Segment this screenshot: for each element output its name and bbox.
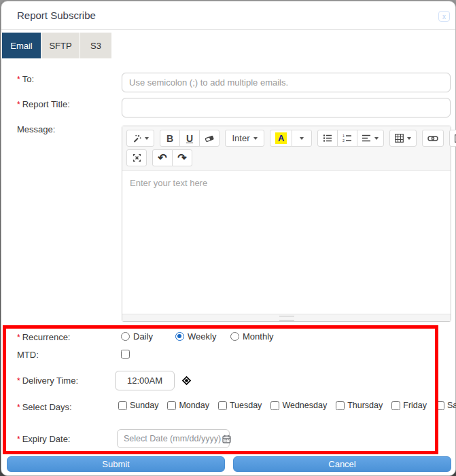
select-days-label: *Select Days: (17, 402, 72, 412)
recurrence-radio-monthly[interactable]: Monthly (230, 331, 274, 342)
submit-button[interactable]: Submit (7, 456, 225, 472)
day-checkbox-monday[interactable]: Monday (167, 401, 209, 410)
editor-toolbar: B U Inter A (122, 126, 451, 171)
day-checkbox-thursday[interactable]: Thursday (336, 401, 383, 410)
font-family-dropdown[interactable]: Inter (225, 130, 264, 147)
checkbox-icon (218, 401, 227, 410)
time-picker-icon[interactable] (181, 375, 192, 386)
delivery-time-input[interactable] (115, 371, 175, 390)
expiry-date-input[interactable]: Select Date (mm/dd/yyyy) (117, 429, 230, 448)
link-icon (427, 135, 438, 142)
expiry-date-placeholder: Select Date (mm/dd/yyyy) (124, 434, 221, 443)
required-marker: * (17, 75, 20, 84)
ordered-list-icon: 12 (343, 134, 352, 143)
message-label: Message: (17, 124, 55, 134)
checkbox-icon (436, 401, 444, 410)
font-color-dropdown[interactable] (292, 130, 312, 147)
svg-text:2: 2 (343, 139, 345, 143)
paragraph-align-dropdown[interactable] (357, 130, 384, 147)
table-icon (395, 134, 404, 143)
mtd-checkbox[interactable] (121, 350, 130, 359)
redo-icon: ↷ (177, 153, 186, 164)
dialog-header: Report Subscribe x (1, 1, 455, 30)
fullscreen-button[interactable] (126, 149, 147, 166)
fullscreen-icon (133, 153, 141, 162)
day-checkbox-friday[interactable]: Friday (391, 401, 427, 410)
recurrence-label: *Recurrence: (17, 332, 70, 342)
required-marker: * (17, 376, 20, 386)
day-checkbox-sunday[interactable]: Sunday (118, 401, 158, 410)
dialog-title: Report Subscribe (17, 10, 96, 21)
calendar-icon (222, 435, 231, 443)
select-days-group: Sunday Monday Tuesday Wednesday Thursday… (118, 401, 456, 410)
undo-icon: ↶ (158, 153, 166, 164)
checkbox-icon (391, 401, 400, 410)
underline-button[interactable]: U (179, 130, 200, 147)
tab-bar: Email SFTP S3 (2, 33, 111, 58)
recurrence-radio-weekly[interactable]: Weekly (175, 331, 216, 342)
to-input[interactable] (122, 73, 451, 92)
chevron-down-icon (300, 137, 304, 140)
message-placeholder: Enter your text here (130, 178, 207, 188)
eraser-icon (205, 134, 214, 143)
delivery-time-label: *Delivery Time: (17, 376, 78, 386)
report-title-label: *Report Title: (17, 99, 70, 109)
tab-sftp[interactable]: SFTP (41, 33, 80, 58)
report-title-input[interactable] (122, 98, 451, 117)
clear-format-button[interactable] (199, 130, 220, 147)
svg-text:1: 1 (343, 134, 345, 138)
link-button[interactable] (422, 130, 444, 147)
close-icon[interactable]: x (438, 11, 450, 22)
unordered-list-button[interactable] (317, 130, 338, 147)
recurrence-radio-daily[interactable]: Daily (121, 331, 153, 342)
cancel-button[interactable]: Cancel (233, 456, 451, 472)
ordered-list-button[interactable]: 12 (337, 130, 357, 147)
message-textarea[interactable]: Enter your text here (122, 171, 451, 314)
tab-email[interactable]: Email (2, 33, 41, 58)
required-marker: * (17, 333, 20, 342)
checkbox-icon (118, 401, 127, 410)
style-button[interactable] (126, 130, 154, 147)
redo-button[interactable]: ↷ (172, 149, 192, 166)
to-label: *To: (17, 74, 34, 84)
radio-unchecked-icon (121, 332, 130, 341)
undo-button[interactable]: ↶ (152, 149, 173, 166)
tab-s3[interactable]: S3 (80, 33, 111, 58)
day-checkbox-tuesday[interactable]: Tuesday (218, 401, 262, 410)
radio-unchecked-icon (230, 332, 239, 341)
radio-checked-icon (175, 332, 184, 341)
mtd-label: MTD: (17, 350, 39, 360)
required-marker: * (17, 435, 20, 444)
magic-wand-icon (132, 134, 141, 143)
chevron-down-icon (253, 137, 258, 140)
day-checkbox-wednesday[interactable]: Wednesday (270, 401, 327, 410)
day-checkbox-saturday[interactable]: Saturday (436, 401, 456, 410)
message-editor: B U Inter A (122, 126, 451, 322)
grip-icon (279, 316, 294, 321)
font-color-button[interactable]: A (270, 130, 292, 147)
editor-resize-handle[interactable] (122, 314, 451, 321)
report-subscribe-dialog: Report Subscribe x Email SFTP S3 *To: *R… (1, 1, 456, 476)
expiry-date-label: *Expiry Date: (17, 434, 70, 444)
highlighted-a-icon: A (275, 132, 287, 144)
checkbox-icon (336, 401, 345, 410)
required-marker: * (17, 403, 20, 412)
chevron-down-icon (407, 137, 411, 140)
unordered-list-icon (323, 134, 332, 143)
paragraph-align-icon (362, 134, 371, 142)
checkbox-icon (167, 401, 176, 410)
picture-button[interactable] (449, 130, 456, 147)
table-dropdown[interactable] (389, 130, 417, 147)
required-marker: * (17, 100, 20, 109)
chevron-down-icon (374, 137, 379, 140)
checkbox-icon (270, 401, 279, 410)
bold-button[interactable]: B (160, 130, 180, 147)
chevron-down-icon (145, 137, 149, 140)
